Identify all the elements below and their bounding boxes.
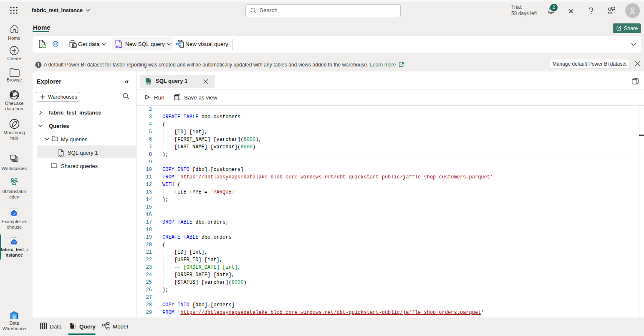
svg-text:SQL: SQL [146,81,151,84]
svg-text:SQL: SQL [115,45,121,48]
svg-text:SQL: SQL [58,154,63,157]
